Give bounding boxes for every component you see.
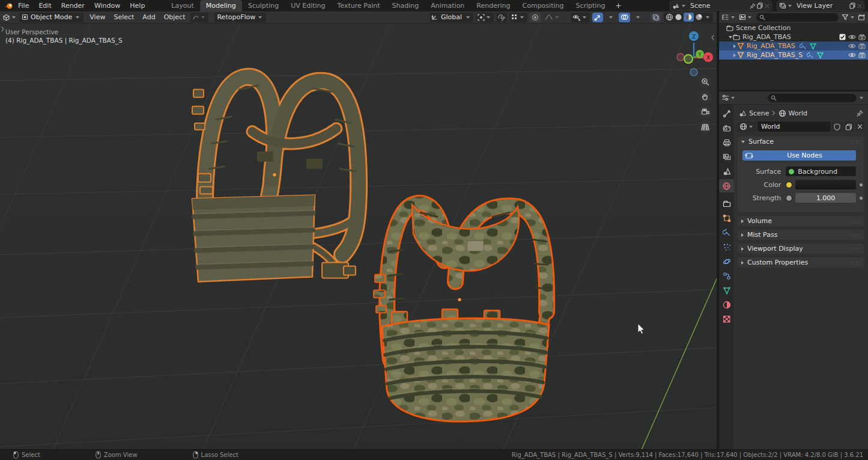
properties-tab-output[interactable] [719, 136, 734, 149]
fake-user-shield-button[interactable] [832, 121, 842, 132]
unlink-scene-icon[interactable] [765, 4, 769, 8]
properties-tab-render[interactable] [719, 121, 734, 135]
viewport-menu-view[interactable]: View [85, 11, 109, 23]
menu-help[interactable]: Help [125, 0, 150, 11]
properties-tab-particles[interactable] [719, 241, 734, 254]
gizmo-z-ball[interactable]: Z [689, 31, 699, 41]
properties-tab-world[interactable] [719, 179, 734, 192]
shading-solid-icon[interactable] [675, 13, 682, 21]
strength-slider[interactable]: 1.000 [795, 193, 856, 203]
panel-grip-icon[interactable]: :::: [851, 260, 861, 266]
overlays-dropdown[interactable] [633, 13, 643, 22]
panel-grip-icon[interactable]: :::: [851, 232, 861, 238]
collection-checkbox[interactable] [839, 34, 846, 40]
workspace-tab-rendering[interactable]: Rendering [470, 0, 516, 11]
panel-grip-icon[interactable]: :::: [851, 246, 861, 252]
menu-file[interactable]: File [13, 0, 34, 11]
shading-material-preview-icon[interactable] [684, 13, 694, 22]
outliner-row-collection-rig[interactable]: Rig_ADA_TBAS [719, 32, 868, 41]
view-layer-name[interactable]: View Layer [794, 2, 848, 10]
pivot-point-dropdown[interactable] [476, 13, 494, 22]
toolbar-expand-chevron[interactable] [1, 26, 5, 34]
outliner-display-mode-icon[interactable] [739, 14, 746, 20]
shading-wireframe-icon[interactable] [666, 13, 673, 21]
color-swatch-field[interactable] [795, 180, 856, 189]
pin-id-icon[interactable] [857, 110, 863, 117]
panel-grip-icon[interactable]: :::: [851, 139, 861, 145]
properties-tab-material[interactable] [719, 298, 734, 311]
surface-panel-header[interactable]: Surface :::: [738, 136, 864, 147]
animate-decorator-icon[interactable] [860, 183, 863, 186]
viewport-3d[interactable]: Object Mode View Select Add Object Retop… [0, 11, 717, 450]
custom-properties-panel-header[interactable]: Custom Properties :::: [738, 257, 864, 268]
outliner-row-scene-collection[interactable]: Scene Collection [719, 23, 868, 32]
editor-type-3d-viewport-icon[interactable] [2, 14, 10, 21]
zoom-view-button[interactable] [699, 75, 712, 88]
orthographic-toggle-button[interactable] [699, 120, 712, 133]
workspace-tab-animation[interactable]: Animation [425, 0, 470, 11]
gizmo-y-ball[interactable]: Y [696, 50, 704, 58]
properties-tab-tool[interactable] [719, 107, 734, 120]
editor-type-outliner-icon[interactable] [721, 14, 729, 20]
collection-expand-arrow[interactable] [729, 36, 732, 38]
properties-tab-texture[interactable] [719, 313, 734, 326]
animate-decorator-icon[interactable] [860, 197, 863, 200]
gizmos-dropdown[interactable] [605, 13, 616, 22]
shading-rendered-icon[interactable] [695, 13, 703, 21]
panel-grip-icon[interactable]: :::: [851, 218, 861, 224]
mist-pass-panel-header[interactable]: Mist Pass :::: [738, 230, 864, 240]
viewport-menu-add[interactable]: Add [138, 11, 159, 23]
workspace-tab-sculpting[interactable]: Sculpting [242, 0, 285, 11]
hide-eye-icon[interactable] [848, 43, 856, 49]
breadcrumb-scene[interactable]: Scene [747, 109, 772, 117]
transform-orientation-dropdown[interactable]: Global [429, 13, 473, 22]
new-view-layer-icon[interactable] [849, 2, 856, 9]
view-layer-selector[interactable]: View Layer [777, 1, 864, 11]
hide-eye-icon[interactable] [848, 34, 856, 40]
snap-target-dropdown[interactable] [509, 13, 527, 22]
menu-window[interactable]: Window [90, 0, 125, 11]
breadcrumb-world[interactable]: World [786, 109, 810, 117]
editor-type-properties-icon[interactable] [721, 94, 729, 101]
color-socket-icon[interactable] [786, 182, 792, 188]
viewport-menu-object[interactable]: Object [160, 11, 190, 23]
viewport-canvas[interactable] [0, 23, 717, 450]
viewport-display-panel-header[interactable]: Viewport Display :::: [738, 244, 864, 254]
pan-view-button[interactable] [699, 90, 712, 103]
new-world-copy-button[interactable] [843, 121, 854, 132]
new-scene-icon[interactable] [757, 2, 763, 9]
viewport-menu-select[interactable]: Select [109, 11, 138, 23]
hide-eye-icon[interactable] [848, 52, 856, 58]
xray-toggle-button[interactable] [651, 13, 661, 22]
overlays-toggle-button[interactable] [619, 13, 630, 22]
workspace-tab-shading[interactable]: Shading [386, 0, 425, 11]
scene-name[interactable]: Scene [687, 2, 750, 10]
workspace-tab-compositing[interactable]: Compositing [517, 0, 570, 11]
workspace-tab-scripting[interactable]: Scripting [569, 0, 611, 11]
menu-edit[interactable]: Edit [34, 0, 56, 11]
workspace-tab-modeling[interactable]: Modeling [200, 0, 242, 11]
disable-render-camera-icon[interactable] [858, 34, 866, 40]
value-socket-icon[interactable] [786, 195, 792, 201]
outliner-row-object-rig-s[interactable]: Rig_ADA_TBAS_S [719, 51, 868, 60]
gizmo-x-ball[interactable]: X [703, 52, 713, 62]
active-tool-dropdown[interactable] [190, 13, 208, 22]
workspace-tab-texture-paint[interactable]: Texture Paint [332, 0, 386, 11]
properties-tab-physics[interactable] [719, 255, 734, 268]
filter-funnel-icon[interactable] [842, 14, 849, 20]
add-workspace-button[interactable] [611, 0, 626, 11]
proportional-edit-button[interactable] [530, 13, 541, 22]
object-expand-arrow[interactable] [733, 44, 736, 48]
new-collection-button[interactable] [858, 14, 866, 21]
use-nodes-button[interactable]: Use Nodes [742, 150, 856, 161]
world-name-field[interactable]: World [757, 121, 831, 132]
outliner-row-object-rig[interactable]: Rig_ADA_TBAS [719, 41, 868, 51]
gizmo-neg-z-ball[interactable] [690, 69, 697, 76]
properties-tab-collection[interactable] [719, 197, 734, 210]
properties-search-input[interactable] [768, 94, 857, 102]
proportional-falloff-dropdown[interactable] [543, 13, 562, 22]
properties-options-chevron[interactable] [860, 97, 863, 99]
gizmos-toggle-button[interactable] [592, 13, 603, 22]
gizmo-neg-y-ball[interactable] [684, 55, 693, 63]
navigation-gizmo[interactable]: Z Y X [674, 28, 716, 82]
